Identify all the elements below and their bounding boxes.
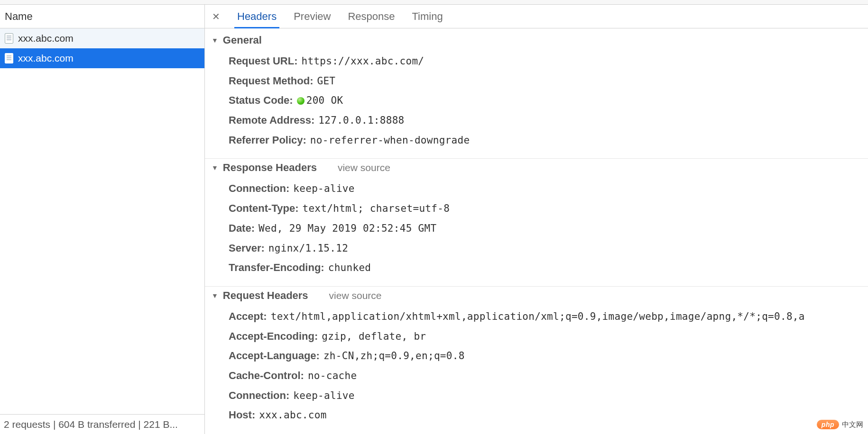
- request-list-pane: Name xxx.abc.com xxx.abc.com 2 requests …: [0, 5, 205, 434]
- request-details-pane: ✕ Headers Preview Response Timing ▼ Gene…: [205, 5, 868, 434]
- tab-preview[interactable]: Preview: [291, 5, 333, 28]
- kv-value: 127.0.0.1:8888: [318, 115, 404, 126]
- tab-response[interactable]: Response: [345, 5, 397, 28]
- kv-value: chunked: [328, 262, 371, 273]
- kv-row: Cache-Controlno-cache: [229, 366, 868, 386]
- view-source-link[interactable]: view source: [329, 290, 382, 301]
- kv-value: xxx.abc.com: [259, 409, 326, 421]
- watermark: php 中文网: [817, 420, 863, 429]
- kv-value: GET: [317, 75, 335, 87]
- kv-key: Cache-Control: [229, 370, 304, 381]
- section-title: Request Headers: [223, 289, 308, 302]
- kv-row: Referrer Policyno-referrer-when-downgrad…: [229, 130, 868, 150]
- kv-row: Remote Address127.0.0.1:8888: [229, 110, 868, 130]
- toolbar-edge: [0, 0, 868, 5]
- kv-row: Transfer-Encodingchunked: [229, 258, 868, 278]
- chevron-down-icon: ▼: [212, 36, 218, 44]
- section-toggle-request-headers[interactable]: ▼ Request Headers view source: [205, 287, 868, 305]
- kv-key: Accept-Language: [229, 350, 320, 362]
- kv-key: Connection: [229, 389, 289, 401]
- kv-key: Referrer Policy: [229, 134, 306, 146]
- watermark-badge: php: [817, 420, 839, 429]
- kv-row: Request MethodGET: [229, 71, 868, 91]
- kv-value: no-cache: [308, 370, 357, 381]
- kv-key: Remote Address: [229, 114, 314, 126]
- request-list-header[interactable]: Name: [0, 5, 204, 28]
- kv-value: nginx/1.15.12: [268, 243, 348, 254]
- close-icon[interactable]: ✕: [209, 5, 223, 28]
- kv-row: Status Code200 OK: [229, 90, 868, 110]
- section-toggle-general[interactable]: ▼ General: [205, 31, 868, 49]
- kv-key: Connection: [229, 182, 289, 194]
- kv-key: Content-Type: [229, 202, 298, 214]
- request-headers-block: Accepttext/html,application/xhtml+xml,ap…: [205, 305, 868, 434]
- kv-value: text/html; charset=utf-8: [302, 203, 450, 214]
- kv-row: Request URLhttps://xxx.abc.com/: [229, 51, 868, 71]
- kv-key: Request Method: [229, 75, 313, 87]
- response-headers-block: Connectionkeep-alive Content-Typetext/ht…: [205, 177, 868, 286]
- status-dot-icon: [297, 97, 305, 105]
- request-row[interactable]: xxx.abc.com: [0, 48, 204, 68]
- kv-value: gzip, deflate, br: [322, 331, 426, 342]
- kv-row: Servernginx/1.15.12: [229, 238, 868, 258]
- column-name: Name: [5, 10, 33, 23]
- kv-row: Connectionkeep-alive: [229, 179, 868, 199]
- section-toggle-response-headers[interactable]: ▼ Response Headers view source: [205, 159, 868, 177]
- kv-key: Status Code: [229, 94, 293, 106]
- section-title: Response Headers: [223, 162, 317, 174]
- view-source-link[interactable]: view source: [338, 162, 390, 173]
- kv-key: Date: [229, 222, 255, 234]
- kv-value: Wed, 29 May 2019 02:52:45 GMT: [259, 223, 436, 234]
- kv-value: keep-alive: [293, 390, 354, 401]
- kv-key: Request URL: [229, 55, 297, 67]
- network-panel: Name xxx.abc.com xxx.abc.com 2 requests …: [0, 5, 868, 434]
- tab-timing[interactable]: Timing: [409, 5, 445, 28]
- document-icon: [5, 33, 13, 44]
- kv-key: Server: [229, 242, 265, 254]
- section-title: General: [223, 34, 262, 46]
- document-icon: [5, 53, 13, 63]
- kv-row: Accepttext/html,application/xhtml+xml,ap…: [229, 307, 868, 326]
- kv-value: 200 OK: [297, 95, 343, 106]
- request-row[interactable]: xxx.abc.com: [0, 28, 204, 48]
- detail-tabs: ✕ Headers Preview Response Timing: [205, 5, 868, 28]
- request-list: xxx.abc.com xxx.abc.com: [0, 28, 204, 414]
- watermark-text: 中文网: [842, 420, 863, 429]
- kv-key: Accept: [229, 310, 267, 322]
- kv-row: Connectionkeep-alive: [229, 386, 868, 406]
- kv-key: Host: [229, 409, 255, 421]
- request-name: xxx.abc.com: [18, 33, 74, 44]
- kv-row: DateWed, 29 May 2019 02:52:45 GMT: [229, 218, 868, 238]
- kv-row: Accept-Languagezh-CN,zh;q=0.9,en;q=0.8: [229, 346, 868, 366]
- request-name: xxx.abc.com: [18, 53, 74, 64]
- kv-key: Accept-Encoding: [229, 330, 318, 342]
- tab-headers[interactable]: Headers: [234, 5, 279, 28]
- kv-row: Hostxxx.abc.com: [229, 405, 868, 425]
- kv-value: no-referrer-when-downgrade: [310, 135, 470, 146]
- summary-text: 2 requests | 604 B transferred | 221 B..…: [4, 419, 178, 430]
- chevron-down-icon: ▼: [212, 164, 218, 172]
- kv-value: keep-alive: [293, 183, 354, 194]
- kv-key: Transfer-Encoding: [229, 262, 324, 273]
- kv-value: https://xxx.abc.com/: [301, 55, 424, 67]
- kv-value: zh-CN,zh;q=0.9,en;q=0.8: [323, 350, 465, 362]
- chevron-down-icon: ▼: [212, 292, 218, 299]
- kv-row: Accept-Encodinggzip, deflate, br: [229, 326, 868, 346]
- general-block: Request URLhttps://xxx.abc.com/ Request …: [205, 49, 868, 159]
- request-summary: 2 requests | 604 B transferred | 221 B..…: [0, 414, 204, 434]
- headers-view: ▼ General Request URLhttps://xxx.abc.com…: [205, 28, 868, 434]
- kv-value: text/html,application/xhtml+xml,applicat…: [271, 311, 805, 322]
- kv-row: Content-Typetext/html; charset=utf-8: [229, 199, 868, 218]
